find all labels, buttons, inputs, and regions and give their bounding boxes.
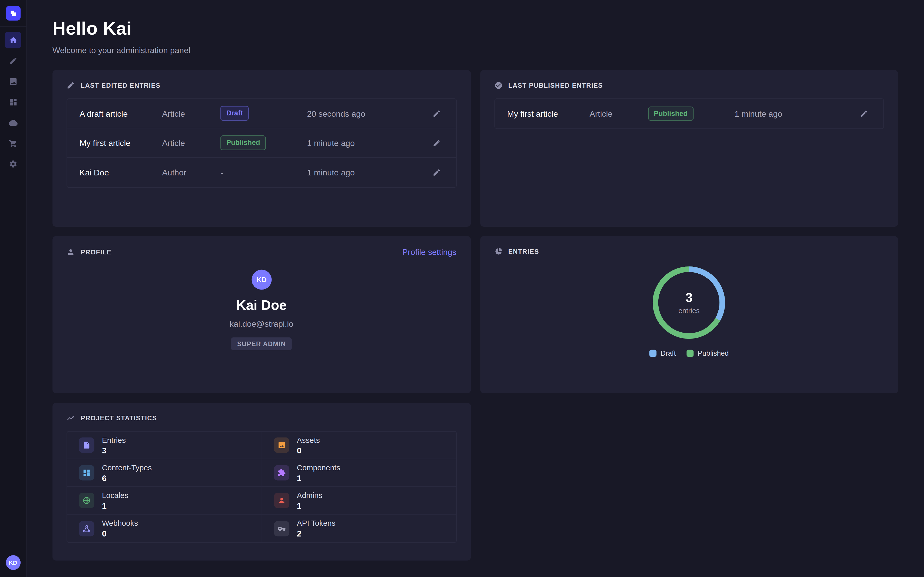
edit-entry-button[interactable] bbox=[857, 107, 871, 121]
legend-item-draft: Draft bbox=[649, 349, 676, 357]
profile-email: kai.doe@strapi.io bbox=[229, 319, 293, 329]
stats-grid: Entries 3 Assets 0 C bbox=[66, 431, 456, 543]
entries-count: 3 bbox=[685, 290, 693, 306]
admins-icon bbox=[274, 493, 289, 508]
edit-entry-button[interactable] bbox=[430, 165, 444, 179]
entry-time: 1 minute ago bbox=[307, 138, 429, 147]
profile-avatar: KD bbox=[252, 270, 271, 290]
status-badge: Published bbox=[648, 106, 693, 121]
pen-icon bbox=[8, 56, 17, 65]
stat-label: Admins bbox=[297, 491, 323, 500]
pencil-icon bbox=[432, 169, 441, 177]
card-title: PROJECT STATISTICS bbox=[81, 414, 157, 422]
content-types-icon bbox=[79, 465, 94, 480]
sidebar-divider bbox=[0, 26, 26, 27]
entry-status-cell: Draft bbox=[220, 106, 307, 121]
stat-label: Webhooks bbox=[102, 519, 138, 527]
legend-label: Draft bbox=[661, 349, 676, 357]
stat-content-types: Content-Types 6 bbox=[67, 459, 262, 487]
pencil-icon bbox=[432, 109, 441, 118]
webhooks-icon bbox=[79, 521, 94, 536]
status-empty: - bbox=[220, 168, 223, 177]
sidebar-item-content-manager[interactable] bbox=[5, 52, 21, 69]
edit-entry-button[interactable] bbox=[430, 135, 444, 150]
stat-value: 2 bbox=[297, 529, 336, 538]
card-title: PROFILE bbox=[81, 248, 111, 256]
legend-label: Published bbox=[698, 349, 729, 357]
entry-type: Article bbox=[162, 109, 220, 118]
entry-status-cell: Published bbox=[648, 106, 735, 121]
stat-entries: Entries 3 bbox=[67, 432, 262, 459]
sidebar-item-home[interactable] bbox=[5, 32, 21, 48]
page-subtitle: Welcome to your administration panel bbox=[52, 45, 898, 55]
role-badge: SUPER ADMIN bbox=[231, 337, 292, 351]
project-statistics-card: PROJECT STATISTICS Entries 3 Assets bbox=[52, 403, 470, 560]
entry-type: Article bbox=[162, 138, 220, 147]
table-row: My first article Article Published 1 min… bbox=[494, 99, 883, 129]
sidebar-item-deploy[interactable] bbox=[5, 114, 21, 131]
chart-legend: Draft Published bbox=[649, 349, 729, 357]
cart-icon bbox=[8, 139, 17, 147]
stat-value: 6 bbox=[102, 473, 152, 483]
stat-label: API Tokens bbox=[297, 519, 336, 527]
sidebar-item-marketplace[interactable] bbox=[5, 135, 21, 151]
profile-card: PROFILE Profile settings KD Kai Doe kai.… bbox=[52, 236, 470, 393]
entry-type: Article bbox=[590, 109, 648, 118]
page-title: Hello Kai bbox=[52, 18, 898, 39]
status-badge: Published bbox=[220, 135, 266, 150]
profile-settings-link[interactable]: Profile settings bbox=[402, 247, 456, 257]
legend-item-published: Published bbox=[687, 349, 729, 357]
api-tokens-icon bbox=[274, 521, 289, 536]
pencil-icon bbox=[860, 110, 868, 118]
stat-value: 3 bbox=[102, 445, 126, 455]
assets-icon bbox=[274, 437, 289, 453]
pie-chart-icon bbox=[494, 247, 502, 255]
status-badge: Draft bbox=[220, 106, 249, 121]
sidebar-item-content-type-builder[interactable] bbox=[5, 93, 21, 110]
profile-body: KD Kai Doe kai.doe@strapi.io SUPER ADMIN bbox=[66, 270, 456, 351]
stat-value: 1 bbox=[297, 473, 340, 483]
published-swatch bbox=[687, 350, 693, 357]
entry-time: 20 seconds ago bbox=[307, 109, 429, 118]
stat-assets: Assets 0 bbox=[262, 432, 456, 459]
entry-status-cell: Published bbox=[220, 135, 307, 150]
card-title: LAST PUBLISHED ENTRIES bbox=[508, 82, 603, 89]
card-header: LAST PUBLISHED ENTRIES bbox=[494, 81, 884, 90]
card-title: LAST EDITED ENTRIES bbox=[81, 82, 161, 89]
user-avatar[interactable]: KD bbox=[6, 555, 20, 570]
profile-name: Kai Doe bbox=[236, 297, 287, 313]
stat-label: Components bbox=[297, 463, 340, 472]
entry-time: 1 minute ago bbox=[307, 168, 429, 177]
page-header: Hello Kai Welcome to your administration… bbox=[52, 0, 898, 55]
stat-label: Locales bbox=[102, 491, 128, 500]
card-header: PROFILE Profile settings bbox=[66, 247, 456, 257]
locales-icon bbox=[79, 493, 94, 508]
stat-value: 0 bbox=[102, 529, 138, 538]
pencil-icon bbox=[66, 81, 75, 90]
card-header: LAST EDITED ENTRIES bbox=[66, 81, 456, 90]
stat-admins: Admins 1 bbox=[262, 487, 456, 515]
entry-name: A draft article bbox=[79, 109, 162, 118]
sidebar-item-media-library[interactable] bbox=[5, 73, 21, 90]
card-header: ENTRIES bbox=[494, 247, 884, 255]
entry-time: 1 minute ago bbox=[735, 109, 857, 118]
layout-icon bbox=[8, 97, 17, 106]
last-edited-entries-card: LAST EDITED ENTRIES A draft article Arti… bbox=[52, 70, 470, 227]
entry-name: My first article bbox=[507, 109, 590, 118]
table-row: A draft article Article Draft 20 seconds… bbox=[67, 99, 456, 129]
stat-value: 1 bbox=[102, 501, 128, 510]
table-row: Kai Doe Author - 1 minute ago bbox=[67, 158, 456, 187]
gear-icon bbox=[8, 159, 17, 168]
entry-name: My first article bbox=[79, 138, 162, 147]
stat-label: Content-Types bbox=[102, 463, 152, 472]
sidebar-item-settings[interactable] bbox=[5, 155, 21, 172]
pencil-icon bbox=[432, 139, 441, 147]
stat-value: 1 bbox=[297, 501, 323, 510]
donut-center: 3 entries bbox=[652, 266, 726, 340]
entries-donut-chart: 3 entries bbox=[652, 266, 726, 340]
edit-entry-button[interactable] bbox=[430, 106, 444, 120]
strapi-logo[interactable] bbox=[6, 6, 20, 21]
stat-value: 0 bbox=[297, 445, 320, 455]
last-edited-table: A draft article Article Draft 20 seconds… bbox=[66, 98, 456, 188]
sidebar: KD bbox=[0, 0, 26, 577]
